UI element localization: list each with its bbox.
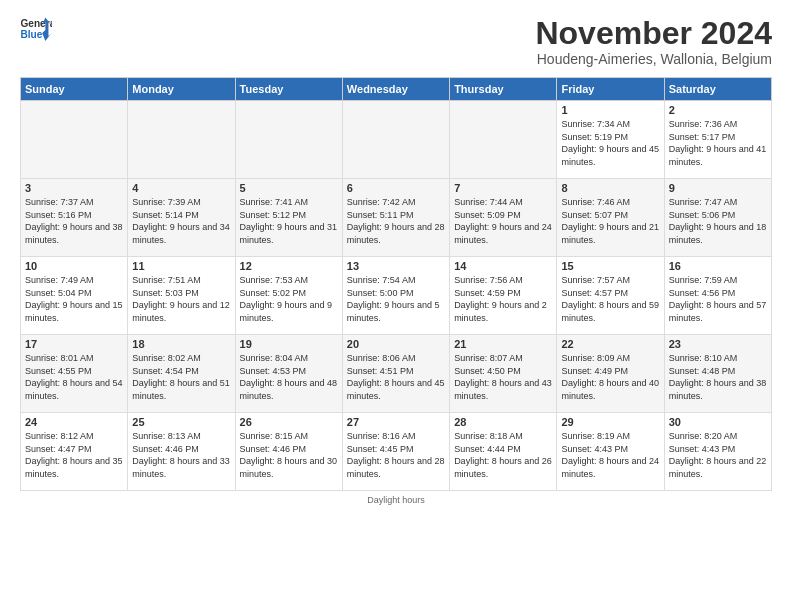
cell-2-0: 10Sunrise: 7:49 AMSunset: 5:04 PMDayligh…: [21, 257, 128, 335]
day-info: Sunrise: 8:07 AMSunset: 4:50 PMDaylight:…: [454, 352, 552, 402]
day-info: Sunrise: 8:18 AMSunset: 4:44 PMDaylight:…: [454, 430, 552, 480]
day-number: 21: [454, 338, 552, 350]
col-sunday: Sunday: [21, 78, 128, 101]
day-info: Sunrise: 8:16 AMSunset: 4:45 PMDaylight:…: [347, 430, 445, 480]
day-info: Sunrise: 7:51 AMSunset: 5:03 PMDaylight:…: [132, 274, 230, 324]
day-number: 1: [561, 104, 659, 116]
logo-icon: General Blue: [20, 16, 52, 44]
cell-0-5: 1Sunrise: 7:34 AMSunset: 5:19 PMDaylight…: [557, 101, 664, 179]
day-number: 24: [25, 416, 123, 428]
cell-1-6: 9Sunrise: 7:47 AMSunset: 5:06 PMDaylight…: [664, 179, 771, 257]
day-info: Sunrise: 8:06 AMSunset: 4:51 PMDaylight:…: [347, 352, 445, 402]
cell-4-5: 29Sunrise: 8:19 AMSunset: 4:43 PMDayligh…: [557, 413, 664, 491]
subtitle: Houdeng-Aimeries, Wallonia, Belgium: [535, 51, 772, 67]
day-number: 5: [240, 182, 338, 194]
week-row-1: 1Sunrise: 7:34 AMSunset: 5:19 PMDaylight…: [21, 101, 772, 179]
day-number: 9: [669, 182, 767, 194]
day-info: Sunrise: 8:20 AMSunset: 4:43 PMDaylight:…: [669, 430, 767, 480]
cell-0-1: [128, 101, 235, 179]
day-info: Sunrise: 8:15 AMSunset: 4:46 PMDaylight:…: [240, 430, 338, 480]
day-number: 25: [132, 416, 230, 428]
cell-1-4: 7Sunrise: 7:44 AMSunset: 5:09 PMDaylight…: [450, 179, 557, 257]
day-number: 14: [454, 260, 552, 272]
day-number: 29: [561, 416, 659, 428]
cell-3-5: 22Sunrise: 8:09 AMSunset: 4:49 PMDayligh…: [557, 335, 664, 413]
day-number: 3: [25, 182, 123, 194]
cell-4-1: 25Sunrise: 8:13 AMSunset: 4:46 PMDayligh…: [128, 413, 235, 491]
cell-3-4: 21Sunrise: 8:07 AMSunset: 4:50 PMDayligh…: [450, 335, 557, 413]
cell-1-1: 4Sunrise: 7:39 AMSunset: 5:14 PMDaylight…: [128, 179, 235, 257]
day-number: 15: [561, 260, 659, 272]
cell-2-4: 14Sunrise: 7:56 AMSunset: 4:59 PMDayligh…: [450, 257, 557, 335]
cell-2-3: 13Sunrise: 7:54 AMSunset: 5:00 PMDayligh…: [342, 257, 449, 335]
title-area: November 2024 Houdeng-Aimeries, Wallonia…: [535, 16, 772, 67]
cell-3-2: 19Sunrise: 8:04 AMSunset: 4:53 PMDayligh…: [235, 335, 342, 413]
cell-0-0: [21, 101, 128, 179]
day-info: Sunrise: 8:13 AMSunset: 4:46 PMDaylight:…: [132, 430, 230, 480]
day-number: 6: [347, 182, 445, 194]
day-info: Sunrise: 7:47 AMSunset: 5:06 PMDaylight:…: [669, 196, 767, 246]
cell-0-2: [235, 101, 342, 179]
day-info: Sunrise: 8:01 AMSunset: 4:55 PMDaylight:…: [25, 352, 123, 402]
day-number: 7: [454, 182, 552, 194]
col-tuesday: Tuesday: [235, 78, 342, 101]
col-wednesday: Wednesday: [342, 78, 449, 101]
col-friday: Friday: [557, 78, 664, 101]
day-number: 26: [240, 416, 338, 428]
day-number: 27: [347, 416, 445, 428]
cell-2-2: 12Sunrise: 7:53 AMSunset: 5:02 PMDayligh…: [235, 257, 342, 335]
day-info: Sunrise: 7:57 AMSunset: 4:57 PMDaylight:…: [561, 274, 659, 324]
day-number: 30: [669, 416, 767, 428]
cell-3-3: 20Sunrise: 8:06 AMSunset: 4:51 PMDayligh…: [342, 335, 449, 413]
day-info: Sunrise: 7:46 AMSunset: 5:07 PMDaylight:…: [561, 196, 659, 246]
day-number: 8: [561, 182, 659, 194]
cell-2-1: 11Sunrise: 7:51 AMSunset: 5:03 PMDayligh…: [128, 257, 235, 335]
day-info: Sunrise: 8:04 AMSunset: 4:53 PMDaylight:…: [240, 352, 338, 402]
svg-text:Blue: Blue: [20, 29, 42, 40]
week-row-2: 3Sunrise: 7:37 AMSunset: 5:16 PMDaylight…: [21, 179, 772, 257]
cell-4-2: 26Sunrise: 8:15 AMSunset: 4:46 PMDayligh…: [235, 413, 342, 491]
cell-1-3: 6Sunrise: 7:42 AMSunset: 5:11 PMDaylight…: [342, 179, 449, 257]
cell-2-5: 15Sunrise: 7:57 AMSunset: 4:57 PMDayligh…: [557, 257, 664, 335]
day-info: Sunrise: 7:53 AMSunset: 5:02 PMDaylight:…: [240, 274, 338, 324]
cell-4-0: 24Sunrise: 8:12 AMSunset: 4:47 PMDayligh…: [21, 413, 128, 491]
day-info: Sunrise: 7:49 AMSunset: 5:04 PMDaylight:…: [25, 274, 123, 324]
header: General Blue November 2024 Houdeng-Aimer…: [20, 16, 772, 67]
day-number: 16: [669, 260, 767, 272]
cell-1-0: 3Sunrise: 7:37 AMSunset: 5:16 PMDaylight…: [21, 179, 128, 257]
day-info: Sunrise: 7:42 AMSunset: 5:11 PMDaylight:…: [347, 196, 445, 246]
day-info: Sunrise: 8:09 AMSunset: 4:49 PMDaylight:…: [561, 352, 659, 402]
week-row-3: 10Sunrise: 7:49 AMSunset: 5:04 PMDayligh…: [21, 257, 772, 335]
day-info: Sunrise: 7:54 AMSunset: 5:00 PMDaylight:…: [347, 274, 445, 324]
day-info: Sunrise: 7:56 AMSunset: 4:59 PMDaylight:…: [454, 274, 552, 324]
cell-1-5: 8Sunrise: 7:46 AMSunset: 5:07 PMDaylight…: [557, 179, 664, 257]
cell-4-6: 30Sunrise: 8:20 AMSunset: 4:43 PMDayligh…: [664, 413, 771, 491]
day-info: Sunrise: 7:39 AMSunset: 5:14 PMDaylight:…: [132, 196, 230, 246]
logo: General Blue: [20, 16, 52, 44]
day-number: 13: [347, 260, 445, 272]
day-number: 10: [25, 260, 123, 272]
day-info: Sunrise: 7:41 AMSunset: 5:12 PMDaylight:…: [240, 196, 338, 246]
day-info: Sunrise: 8:10 AMSunset: 4:48 PMDaylight:…: [669, 352, 767, 402]
day-info: Sunrise: 7:34 AMSunset: 5:19 PMDaylight:…: [561, 118, 659, 168]
day-info: Sunrise: 7:44 AMSunset: 5:09 PMDaylight:…: [454, 196, 552, 246]
day-info: Sunrise: 8:12 AMSunset: 4:47 PMDaylight:…: [25, 430, 123, 480]
cell-2-6: 16Sunrise: 7:59 AMSunset: 4:56 PMDayligh…: [664, 257, 771, 335]
cell-3-0: 17Sunrise: 8:01 AMSunset: 4:55 PMDayligh…: [21, 335, 128, 413]
cell-4-3: 27Sunrise: 8:16 AMSunset: 4:45 PMDayligh…: [342, 413, 449, 491]
col-monday: Monday: [128, 78, 235, 101]
header-row: Sunday Monday Tuesday Wednesday Thursday…: [21, 78, 772, 101]
day-number: 18: [132, 338, 230, 350]
cell-3-1: 18Sunrise: 8:02 AMSunset: 4:54 PMDayligh…: [128, 335, 235, 413]
day-number: 22: [561, 338, 659, 350]
week-row-5: 24Sunrise: 8:12 AMSunset: 4:47 PMDayligh…: [21, 413, 772, 491]
day-number: 11: [132, 260, 230, 272]
cell-4-4: 28Sunrise: 8:18 AMSunset: 4:44 PMDayligh…: [450, 413, 557, 491]
cell-0-4: [450, 101, 557, 179]
day-info: Sunrise: 7:37 AMSunset: 5:16 PMDaylight:…: [25, 196, 123, 246]
week-row-4: 17Sunrise: 8:01 AMSunset: 4:55 PMDayligh…: [21, 335, 772, 413]
day-number: 17: [25, 338, 123, 350]
day-number: 23: [669, 338, 767, 350]
day-number: 20: [347, 338, 445, 350]
page: General Blue November 2024 Houdeng-Aimer…: [0, 0, 792, 515]
